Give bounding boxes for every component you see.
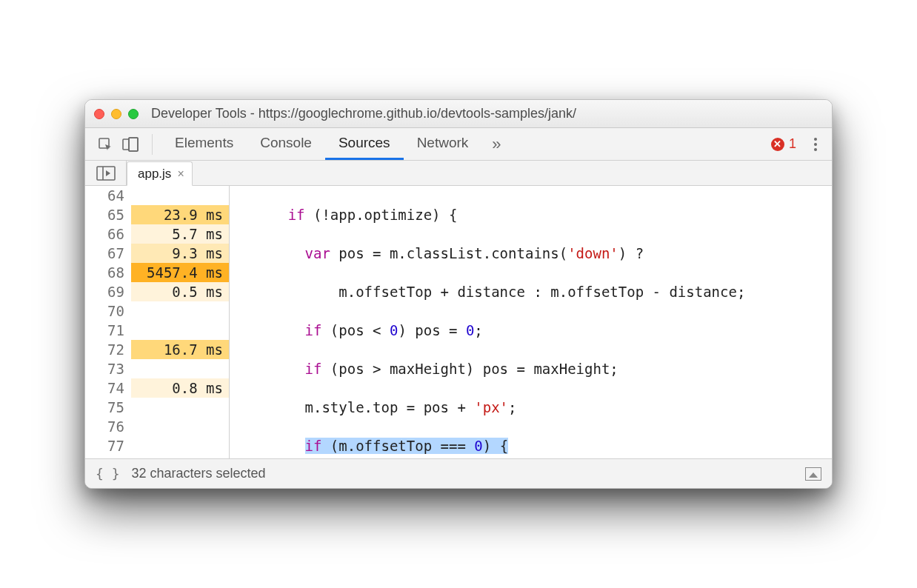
timing-cell xyxy=(131,321,229,340)
timing-cell xyxy=(131,398,229,417)
code-editor[interactable]: 64 65 66 67 68 69 70 71 72 73 74 75 76 7… xyxy=(85,186,832,458)
line-number: 70 xyxy=(85,301,124,321)
toolbar-divider xyxy=(152,134,153,155)
traffic-lights xyxy=(94,109,139,119)
timing-cell xyxy=(131,186,229,205)
tab-network[interactable]: Network xyxy=(404,128,482,160)
timing-cell: 9.3 ms xyxy=(131,244,229,263)
panel-tabs: Elements Console Sources Network » xyxy=(161,128,512,160)
settings-menu-icon[interactable] xyxy=(807,138,824,151)
timing-cell xyxy=(131,301,229,321)
devtools-window: Developer Tools - https://googlechrome.g… xyxy=(84,99,833,489)
error-icon: ✕ xyxy=(771,138,784,151)
tab-elements[interactable]: Elements xyxy=(161,128,247,160)
error-count-badge[interactable]: ✕ 1 xyxy=(771,136,796,152)
timing-cell: 23.9 ms xyxy=(131,205,229,224)
minimize-window-icon[interactable] xyxy=(111,109,121,119)
svg-rect-2 xyxy=(129,138,138,151)
line-number: 66 xyxy=(85,224,124,244)
line-number: 68 xyxy=(85,263,124,282)
timing-cell: 5.7 ms xyxy=(131,224,229,244)
window-title: Developer Tools - https://googlechrome.g… xyxy=(151,106,576,121)
timing-cell: 5457.4 ms xyxy=(131,263,229,282)
line-number: 74 xyxy=(85,378,124,398)
file-tab-bar: app.js × xyxy=(85,161,832,186)
file-tab-label: app.js xyxy=(138,167,171,181)
pretty-print-icon[interactable]: { } xyxy=(96,466,120,481)
tab-console[interactable]: Console xyxy=(247,128,325,160)
line-number-gutter: 64 65 66 67 68 69 70 71 72 73 74 75 76 7… xyxy=(85,186,131,458)
status-text: 32 characters selected xyxy=(132,466,266,481)
timing-cell: 16.7 ms xyxy=(131,340,229,359)
line-number: 77 xyxy=(85,436,124,455)
device-toolbar-icon[interactable] xyxy=(118,133,143,156)
file-tab-appjs[interactable]: app.js × xyxy=(127,161,193,186)
titlebar: Developer Tools - https://googlechrome.g… xyxy=(85,100,832,128)
more-tabs-button[interactable]: » xyxy=(481,128,511,160)
timing-cell xyxy=(131,436,229,455)
timing-cell xyxy=(131,359,229,378)
code-content[interactable]: if (!app.optimize) { var pos = m.classLi… xyxy=(230,186,832,458)
close-tab-icon[interactable]: × xyxy=(177,167,184,181)
inspect-element-icon[interactable] xyxy=(93,133,118,156)
line-number: 73 xyxy=(85,359,124,378)
tab-sources[interactable]: Sources xyxy=(325,128,404,160)
line-number: 72 xyxy=(85,340,124,359)
error-count: 1 xyxy=(789,136,796,152)
panel-toolbar: Elements Console Sources Network » ✕ 1 xyxy=(85,128,832,161)
line-number: 67 xyxy=(85,244,124,263)
timing-cell: 0.8 ms xyxy=(131,378,229,398)
line-number: 65 xyxy=(85,205,124,224)
status-bar: { } 32 characters selected xyxy=(85,458,832,488)
line-number: 69 xyxy=(85,282,124,301)
close-window-icon[interactable] xyxy=(94,109,104,119)
line-number: 71 xyxy=(85,321,124,340)
timing-cell: 0.5 ms xyxy=(131,282,229,301)
line-number: 64 xyxy=(85,186,124,205)
navigator-toggle-icon[interactable] xyxy=(85,161,127,185)
line-number: 75 xyxy=(85,398,124,417)
zoom-window-icon[interactable] xyxy=(128,109,139,119)
timing-cell xyxy=(131,417,229,436)
drawer-toggle-icon[interactable] xyxy=(805,467,821,481)
line-number: 76 xyxy=(85,417,124,436)
timing-gutter: 23.9 ms5.7 ms9.3 ms5457.4 ms0.5 ms16.7 m… xyxy=(131,186,229,458)
